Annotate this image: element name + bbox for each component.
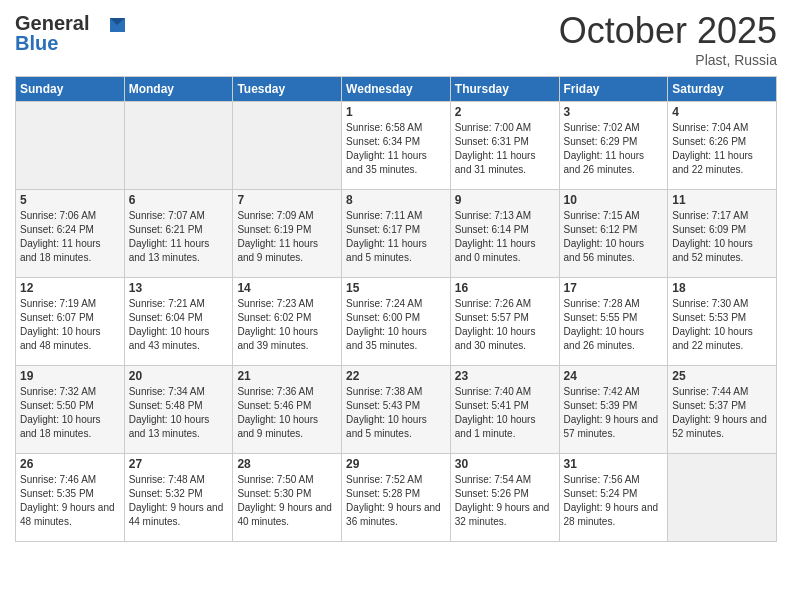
day-number: 1: [346, 105, 446, 119]
calendar-week-row: 26 Sunrise: 7:46 AMSunset: 5:35 PMDaylig…: [16, 454, 777, 542]
calendar-cell: 25 Sunrise: 7:44 AMSunset: 5:37 PMDaylig…: [668, 366, 777, 454]
day-info: Sunrise: 7:21 AMSunset: 6:04 PMDaylight:…: [129, 297, 229, 353]
day-number: 18: [672, 281, 772, 295]
day-info: Sunrise: 7:04 AMSunset: 6:26 PMDaylight:…: [672, 121, 772, 177]
day-number: 14: [237, 281, 337, 295]
day-number: 21: [237, 369, 337, 383]
calendar-cell: 24 Sunrise: 7:42 AMSunset: 5:39 PMDaylig…: [559, 366, 668, 454]
day-number: 29: [346, 457, 446, 471]
calendar-week-row: 12 Sunrise: 7:19 AMSunset: 6:07 PMDaylig…: [16, 278, 777, 366]
calendar-cell: [16, 102, 125, 190]
day-number: 5: [20, 193, 120, 207]
header-row: SundayMondayTuesdayWednesdayThursdayFrid…: [16, 77, 777, 102]
calendar-cell: 3 Sunrise: 7:02 AMSunset: 6:29 PMDayligh…: [559, 102, 668, 190]
calendar-cell: 8 Sunrise: 7:11 AMSunset: 6:17 PMDayligh…: [342, 190, 451, 278]
calendar-cell: 2 Sunrise: 7:00 AMSunset: 6:31 PMDayligh…: [450, 102, 559, 190]
calendar-cell: 18 Sunrise: 7:30 AMSunset: 5:53 PMDaylig…: [668, 278, 777, 366]
day-info: Sunrise: 7:52 AMSunset: 5:28 PMDaylight:…: [346, 473, 446, 529]
day-info: Sunrise: 7:24 AMSunset: 6:00 PMDaylight:…: [346, 297, 446, 353]
calendar-week-row: 5 Sunrise: 7:06 AMSunset: 6:24 PMDayligh…: [16, 190, 777, 278]
header: General Blue October 2025 Plast, Russia: [15, 10, 777, 68]
day-number: 16: [455, 281, 555, 295]
calendar-header: SundayMondayTuesdayWednesdayThursdayFrid…: [16, 77, 777, 102]
day-number: 19: [20, 369, 120, 383]
calendar-table: SundayMondayTuesdayWednesdayThursdayFrid…: [15, 76, 777, 542]
calendar-cell: 20 Sunrise: 7:34 AMSunset: 5:48 PMDaylig…: [124, 366, 233, 454]
day-number: 7: [237, 193, 337, 207]
logo: General Blue: [15, 10, 125, 59]
day-number: 24: [564, 369, 664, 383]
calendar-cell: 12 Sunrise: 7:19 AMSunset: 6:07 PMDaylig…: [16, 278, 125, 366]
calendar-cell: 27 Sunrise: 7:48 AMSunset: 5:32 PMDaylig…: [124, 454, 233, 542]
calendar-cell: 16 Sunrise: 7:26 AMSunset: 5:57 PMDaylig…: [450, 278, 559, 366]
calendar-cell: 6 Sunrise: 7:07 AMSunset: 6:21 PMDayligh…: [124, 190, 233, 278]
calendar-cell: 28 Sunrise: 7:50 AMSunset: 5:30 PMDaylig…: [233, 454, 342, 542]
day-info: Sunrise: 7:09 AMSunset: 6:19 PMDaylight:…: [237, 209, 337, 265]
day-number: 15: [346, 281, 446, 295]
calendar-cell: 14 Sunrise: 7:23 AMSunset: 6:02 PMDaylig…: [233, 278, 342, 366]
day-info: Sunrise: 7:30 AMSunset: 5:53 PMDaylight:…: [672, 297, 772, 353]
day-number: 11: [672, 193, 772, 207]
day-info: Sunrise: 7:34 AMSunset: 5:48 PMDaylight:…: [129, 385, 229, 441]
calendar-week-row: 19 Sunrise: 7:32 AMSunset: 5:50 PMDaylig…: [16, 366, 777, 454]
calendar-body: 1 Sunrise: 6:58 AMSunset: 6:34 PMDayligh…: [16, 102, 777, 542]
day-number: 30: [455, 457, 555, 471]
day-info: Sunrise: 7:00 AMSunset: 6:31 PMDaylight:…: [455, 121, 555, 177]
day-number: 28: [237, 457, 337, 471]
day-info: Sunrise: 7:42 AMSunset: 5:39 PMDaylight:…: [564, 385, 664, 441]
weekday-header: Sunday: [16, 77, 125, 102]
day-info: Sunrise: 7:13 AMSunset: 6:14 PMDaylight:…: [455, 209, 555, 265]
weekday-header: Monday: [124, 77, 233, 102]
calendar-cell: [124, 102, 233, 190]
calendar-cell: 1 Sunrise: 6:58 AMSunset: 6:34 PMDayligh…: [342, 102, 451, 190]
svg-text:Blue: Blue: [15, 32, 58, 54]
day-info: Sunrise: 7:56 AMSunset: 5:24 PMDaylight:…: [564, 473, 664, 529]
day-number: 25: [672, 369, 772, 383]
calendar-cell: 19 Sunrise: 7:32 AMSunset: 5:50 PMDaylig…: [16, 366, 125, 454]
day-number: 13: [129, 281, 229, 295]
calendar-cell: 29 Sunrise: 7:52 AMSunset: 5:28 PMDaylig…: [342, 454, 451, 542]
day-info: Sunrise: 7:23 AMSunset: 6:02 PMDaylight:…: [237, 297, 337, 353]
calendar-cell: 11 Sunrise: 7:17 AMSunset: 6:09 PMDaylig…: [668, 190, 777, 278]
day-info: Sunrise: 7:07 AMSunset: 6:21 PMDaylight:…: [129, 209, 229, 265]
month-title: October 2025: [559, 10, 777, 52]
day-number: 10: [564, 193, 664, 207]
day-info: Sunrise: 7:50 AMSunset: 5:30 PMDaylight:…: [237, 473, 337, 529]
day-number: 8: [346, 193, 446, 207]
day-info: Sunrise: 7:26 AMSunset: 5:57 PMDaylight:…: [455, 297, 555, 353]
day-info: Sunrise: 7:40 AMSunset: 5:41 PMDaylight:…: [455, 385, 555, 441]
day-info: Sunrise: 7:46 AMSunset: 5:35 PMDaylight:…: [20, 473, 120, 529]
day-info: Sunrise: 7:06 AMSunset: 6:24 PMDaylight:…: [20, 209, 120, 265]
calendar-cell: [668, 454, 777, 542]
calendar-cell: 10 Sunrise: 7:15 AMSunset: 6:12 PMDaylig…: [559, 190, 668, 278]
day-number: 23: [455, 369, 555, 383]
calendar-cell: 17 Sunrise: 7:28 AMSunset: 5:55 PMDaylig…: [559, 278, 668, 366]
day-info: Sunrise: 7:38 AMSunset: 5:43 PMDaylight:…: [346, 385, 446, 441]
day-info: Sunrise: 7:17 AMSunset: 6:09 PMDaylight:…: [672, 209, 772, 265]
day-number: 3: [564, 105, 664, 119]
calendar-container: General Blue October 2025 Plast, Russia …: [0, 0, 792, 552]
calendar-cell: 9 Sunrise: 7:13 AMSunset: 6:14 PMDayligh…: [450, 190, 559, 278]
weekday-header: Friday: [559, 77, 668, 102]
day-number: 22: [346, 369, 446, 383]
calendar-cell: 15 Sunrise: 7:24 AMSunset: 6:00 PMDaylig…: [342, 278, 451, 366]
day-number: 26: [20, 457, 120, 471]
calendar-week-row: 1 Sunrise: 6:58 AMSunset: 6:34 PMDayligh…: [16, 102, 777, 190]
day-info: Sunrise: 7:32 AMSunset: 5:50 PMDaylight:…: [20, 385, 120, 441]
day-info: Sunrise: 7:44 AMSunset: 5:37 PMDaylight:…: [672, 385, 772, 441]
calendar-cell: 22 Sunrise: 7:38 AMSunset: 5:43 PMDaylig…: [342, 366, 451, 454]
weekday-header: Saturday: [668, 77, 777, 102]
day-number: 31: [564, 457, 664, 471]
weekday-header: Tuesday: [233, 77, 342, 102]
day-number: 4: [672, 105, 772, 119]
weekday-header: Thursday: [450, 77, 559, 102]
calendar-cell: 7 Sunrise: 7:09 AMSunset: 6:19 PMDayligh…: [233, 190, 342, 278]
day-number: 17: [564, 281, 664, 295]
calendar-cell: 13 Sunrise: 7:21 AMSunset: 6:04 PMDaylig…: [124, 278, 233, 366]
day-number: 6: [129, 193, 229, 207]
calendar-cell: 31 Sunrise: 7:56 AMSunset: 5:24 PMDaylig…: [559, 454, 668, 542]
day-info: Sunrise: 7:11 AMSunset: 6:17 PMDaylight:…: [346, 209, 446, 265]
day-number: 2: [455, 105, 555, 119]
calendar-cell: 30 Sunrise: 7:54 AMSunset: 5:26 PMDaylig…: [450, 454, 559, 542]
day-info: Sunrise: 7:19 AMSunset: 6:07 PMDaylight:…: [20, 297, 120, 353]
